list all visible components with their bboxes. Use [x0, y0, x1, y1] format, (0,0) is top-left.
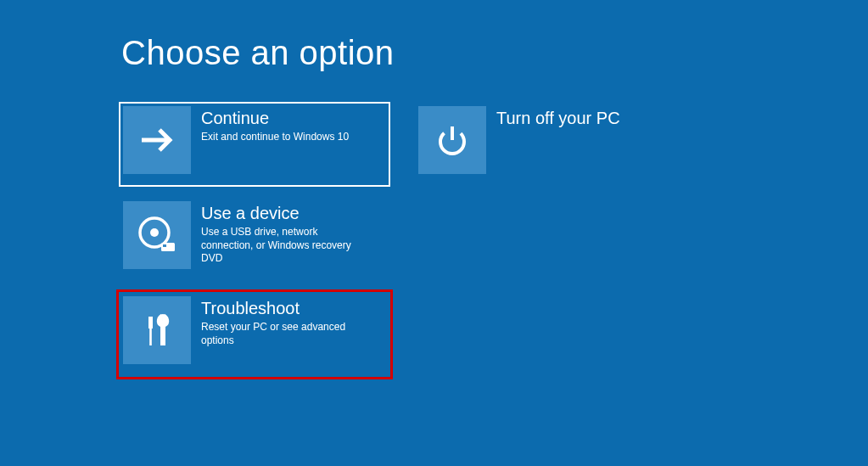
option-continue[interactable]: Continue Exit and continue to Windows 10: [119, 102, 390, 187]
option-turnoff[interactable]: Turn off your PC: [414, 102, 686, 187]
disc-device-icon: [123, 201, 191, 269]
option-troubleshoot-content: Troubleshoot Reset your PC or see advanc…: [191, 296, 371, 347]
page-title: Choose an option: [121, 34, 395, 72]
option-use-device-content: Use a device Use a USB drive, network co…: [191, 201, 371, 266]
tools-icon: [123, 296, 191, 364]
power-icon: [418, 106, 486, 174]
options-grid: Continue Exit and continue to Windows 10…: [119, 102, 798, 377]
option-desc: Use a USB drive, network connection, or …: [201, 226, 371, 266]
option-desc: Reset your PC or see advanced options: [201, 321, 371, 347]
option-continue-content: Continue Exit and continue to Windows 10: [191, 106, 349, 144]
option-title: Turn off your PC: [496, 108, 620, 128]
option-title: Continue: [201, 108, 349, 128]
option-desc: Exit and continue to Windows 10: [201, 131, 349, 144]
option-use-device[interactable]: Use a device Use a USB drive, network co…: [119, 197, 390, 282]
option-troubleshoot[interactable]: Troubleshoot Reset your PC or see advanc…: [119, 292, 390, 377]
svg-rect-5: [163, 244, 166, 247]
svg-point-3: [150, 228, 159, 237]
svg-rect-7: [149, 328, 152, 345]
svg-rect-6: [148, 317, 153, 328]
option-title: Use a device: [201, 203, 371, 223]
option-turnoff-content: Turn off your PC: [486, 106, 620, 131]
arrow-right-icon: [123, 106, 191, 174]
option-title: Troubleshoot: [201, 298, 371, 318]
